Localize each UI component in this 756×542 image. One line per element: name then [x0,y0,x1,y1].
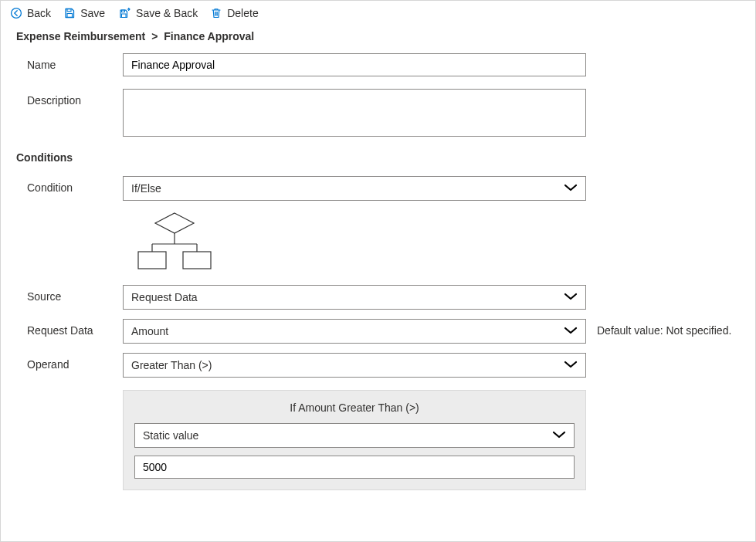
value-type-select[interactable]: Static value [134,423,575,448]
condition-value: If/Else [131,182,161,195]
conditions-heading: Conditions [16,151,740,164]
save-back-label: Save & Back [136,7,198,19]
source-select[interactable]: Request Data [123,285,586,310]
condition-panel-title: If Amount Greater Than (>) [134,401,575,414]
source-value: Request Data [131,291,198,303]
svg-rect-4 [122,14,127,18]
svg-rect-1 [67,9,71,12]
static-value-input[interactable] [134,456,575,479]
description-input[interactable] [123,89,586,137]
condition-label: Condition [27,176,123,194]
breadcrumb-parent[interactable]: Expense Reimbursement [16,30,145,42]
breadcrumb-current: Finance Approval [164,30,254,42]
request-data-label: Request Data [27,319,123,337]
toolbar: Back Save Save & Back [1,1,755,27]
name-row: Name [27,53,740,76]
chevron-down-icon [564,359,578,371]
back-label: Back [27,7,51,19]
request-data-note: Default value: Not specified. [586,319,731,337]
condition-panel: If Amount Greater Than (>) Static value [123,390,586,490]
operand-select[interactable]: Greater Than (>) [123,353,586,378]
operand-label: Operand [27,353,123,371]
chevron-down-icon [564,182,578,195]
value-type-value: Static value [143,429,198,442]
editor-frame: Back Save Save & Back [0,0,756,542]
operand-row: Operand Greater Than (>) [27,353,740,378]
trash-icon [210,7,222,19]
svg-point-0 [12,8,22,19]
name-input[interactable] [123,53,586,76]
svg-rect-2 [67,14,73,18]
condition-select[interactable]: If/Else [123,176,586,201]
delete-label: Delete [227,7,258,19]
save-label: Save [80,7,105,19]
save-button[interactable]: Save [63,7,105,19]
breadcrumb: Expense Reimbursement > Finance Approval [1,27,755,53]
request-data-select[interactable]: Amount [123,319,586,344]
ifelse-diagram [117,210,740,274]
request-data-value: Amount [131,325,168,337]
source-row: Source Request Data [27,285,740,310]
operand-value: Greater Than (>) [131,359,212,371]
chevron-down-icon [564,325,578,337]
delete-button[interactable]: Delete [210,7,258,19]
back-arrow-circle-icon [10,7,22,19]
request-data-row: Request Data Amount Default value: Not s… [27,319,740,344]
chevron-down-icon [564,291,578,303]
floppy-disk-icon [63,7,76,19]
source-label: Source [27,285,123,303]
back-button[interactable]: Back [10,7,51,19]
description-row: Description [27,89,740,139]
description-label: Description [27,89,123,107]
name-label: Name [27,53,123,71]
form-area: Name Description Conditions Condition If… [1,53,755,506]
svg-rect-3 [122,10,125,12]
chevron-down-icon [552,429,566,442]
svg-rect-9 [138,252,166,269]
floppy-disk-arrow-icon [117,7,131,19]
condition-row: Condition If/Else [27,176,740,201]
breadcrumb-separator: > [151,30,158,42]
save-and-back-button[interactable]: Save & Back [117,7,198,19]
svg-rect-10 [183,252,211,269]
